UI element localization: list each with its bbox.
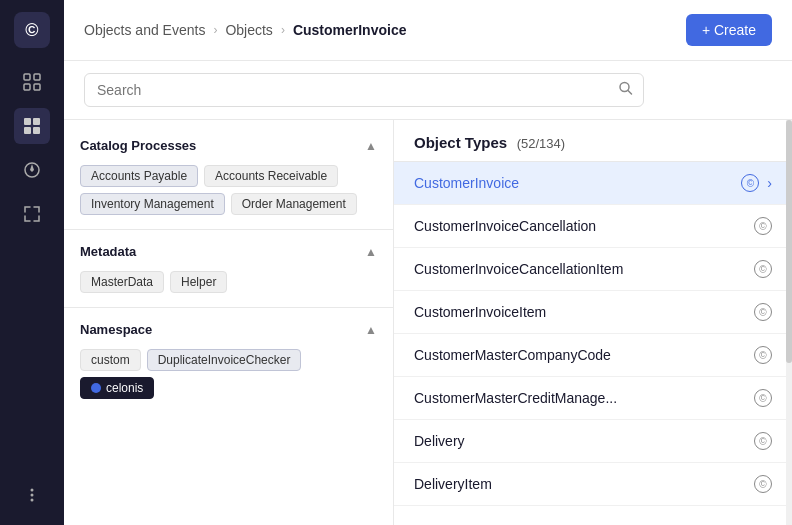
expand-icon[interactable] — [14, 196, 50, 232]
svg-point-12 — [31, 499, 34, 502]
scroll-indicator — [786, 120, 792, 525]
object-type-row[interactable]: Delivery © — [394, 420, 792, 463]
tag-inventory-management[interactable]: Inventory Management — [80, 193, 225, 215]
section-metadata: Metadata ▲ MasterData Helper — [64, 234, 393, 303]
logo-icon: © — [25, 20, 38, 41]
header: Objects and Events › Objects › CustomerI… — [64, 0, 792, 61]
object-type-row[interactable]: CustomerInvoice © › — [394, 162, 792, 205]
object-type-row[interactable]: DeliveryItem © — [394, 463, 792, 506]
search-input[interactable] — [84, 73, 644, 107]
section-tags-metadata: MasterData Helper — [64, 267, 393, 303]
svg-rect-3 — [34, 84, 40, 90]
create-button[interactable]: + Create — [686, 14, 772, 46]
section-header-catalog[interactable]: Catalog Processes ▲ — [64, 128, 393, 161]
grid-icon[interactable] — [14, 108, 50, 144]
breadcrumb-objects-events[interactable]: Objects and Events — [84, 22, 205, 38]
object-types-header: Object Types (52/134) — [394, 120, 792, 162]
object-type-name: Delivery — [414, 433, 746, 449]
object-type-icon: © — [754, 475, 772, 493]
tag-masterdata[interactable]: MasterData — [80, 271, 164, 293]
svg-marker-9 — [30, 164, 34, 172]
object-type-name: DeliveryItem — [414, 476, 746, 492]
content-area: Catalog Processes ▲ Accounts Payable Acc… — [64, 120, 792, 525]
section-header-namespace[interactable]: Namespace ▲ — [64, 312, 393, 345]
object-type-icon: © — [754, 432, 772, 450]
svg-rect-5 — [33, 118, 40, 125]
svg-point-10 — [31, 489, 34, 492]
tag-celonis[interactable]: celonis — [80, 377, 154, 399]
tag-celonis-label: celonis — [106, 381, 143, 395]
scan-icon[interactable] — [14, 64, 50, 100]
svg-rect-0 — [24, 74, 30, 80]
section-catalog-processes: Catalog Processes ▲ Accounts Payable Acc… — [64, 128, 393, 225]
svg-rect-7 — [33, 127, 40, 134]
search-button[interactable] — [618, 81, 634, 100]
section-title-catalog: Catalog Processes — [80, 138, 196, 153]
section-title-metadata: Metadata — [80, 244, 136, 259]
section-tags-namespace: custom DuplicateInvoiceChecker celonis — [64, 345, 393, 409]
breadcrumb-sep-2: › — [281, 23, 285, 37]
object-type-name: CustomerInvoiceItem — [414, 304, 746, 320]
object-types-count: (52/134) — [513, 136, 565, 151]
object-type-name: CustomerInvoice — [414, 175, 733, 191]
object-type-row[interactable]: CustomerInvoiceCancellationItem © — [394, 248, 792, 291]
tag-custom[interactable]: custom — [80, 349, 141, 371]
object-type-row[interactable]: CustomerMasterCreditManage... © — [394, 377, 792, 420]
svg-rect-6 — [24, 127, 31, 134]
object-type-name: CustomerMasterCreditManage... — [414, 390, 746, 406]
search-input-wrap — [84, 73, 644, 107]
tag-helper[interactable]: Helper — [170, 271, 227, 293]
tag-order-management[interactable]: Order Management — [231, 193, 357, 215]
breadcrumb-current: CustomerInvoice — [293, 22, 407, 38]
scroll-thumb[interactable] — [786, 120, 792, 363]
right-panel: Object Types (52/134) CustomerInvoice © … — [394, 120, 792, 525]
object-type-name: CustomerInvoiceCancellationItem — [414, 261, 746, 277]
breadcrumb-sep-1: › — [213, 23, 217, 37]
more-icon[interactable] — [14, 477, 50, 513]
main-content: Objects and Events › Objects › CustomerI… — [64, 0, 792, 525]
tag-accounts-receivable[interactable]: Accounts Receivable — [204, 165, 338, 187]
object-type-name: CustomerMasterCompanyCode — [414, 347, 746, 363]
object-type-icon: © — [741, 174, 759, 192]
object-type-icon: © — [754, 346, 772, 364]
object-type-row[interactable]: CustomerMasterCompanyCode © — [394, 334, 792, 377]
object-type-icon: © — [754, 217, 772, 235]
svg-point-11 — [31, 494, 34, 497]
collapse-namespace-icon: ▲ — [365, 323, 377, 337]
object-type-row[interactable]: CustomerInvoiceItem © — [394, 291, 792, 334]
object-types-title: Object Types — [414, 134, 507, 151]
tag-duplicate-invoice[interactable]: DuplicateInvoiceChecker — [147, 349, 302, 371]
object-type-icon: © — [754, 303, 772, 321]
object-type-icon: © — [754, 260, 772, 278]
section-header-metadata[interactable]: Metadata ▲ — [64, 234, 393, 267]
left-panel: Catalog Processes ▲ Accounts Payable Acc… — [64, 120, 394, 525]
collapse-metadata-icon: ▲ — [365, 245, 377, 259]
object-type-icon: © — [754, 389, 772, 407]
sidebar: © — [0, 0, 64, 525]
breadcrumb: Objects and Events › Objects › CustomerI… — [84, 22, 406, 38]
collapse-catalog-icon: ▲ — [365, 139, 377, 153]
object-type-name: CustomerInvoiceCancellation — [414, 218, 746, 234]
breadcrumb-objects[interactable]: Objects — [225, 22, 272, 38]
object-type-row[interactable]: CustomerInvoiceCancellation © — [394, 205, 792, 248]
svg-rect-1 — [34, 74, 40, 80]
section-tags-catalog: Accounts Payable Accounts Receivable Inv… — [64, 161, 393, 225]
search-bar — [64, 61, 792, 120]
sidebar-logo[interactable]: © — [14, 12, 50, 48]
svg-rect-4 — [24, 118, 31, 125]
section-title-namespace: Namespace — [80, 322, 152, 337]
celonis-dot-icon — [91, 383, 101, 393]
row-arrow-icon: › — [767, 175, 772, 191]
svg-rect-2 — [24, 84, 30, 90]
tag-accounts-payable[interactable]: Accounts Payable — [80, 165, 198, 187]
compass-icon[interactable] — [14, 152, 50, 188]
section-namespace: Namespace ▲ custom DuplicateInvoiceCheck… — [64, 312, 393, 409]
